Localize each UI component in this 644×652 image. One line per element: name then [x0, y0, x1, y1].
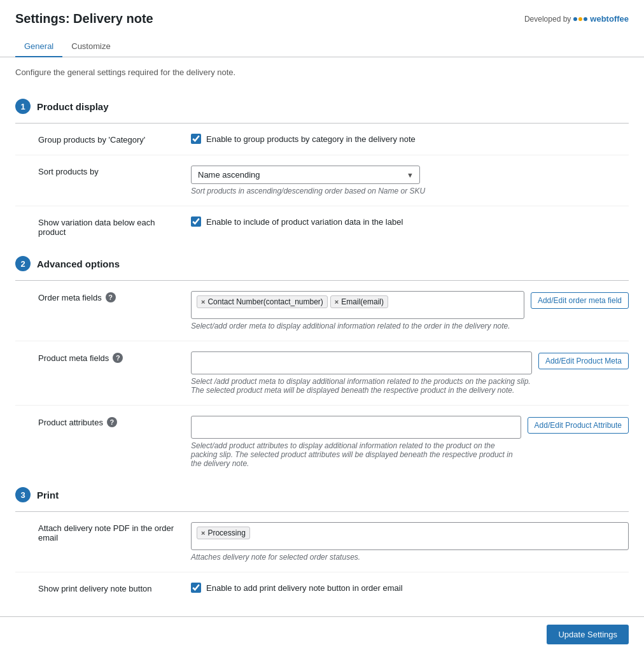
- btn-add-edit-product-meta[interactable]: Add/Edit Product Meta: [538, 353, 629, 369]
- tabs-nav: General Customize: [0, 36, 644, 57]
- order-meta-tag-input[interactable]: × Contact Number(contact_number) × Email…: [191, 291, 524, 319]
- control-attach-pdf: × Processing Attaches delivery note for …: [191, 522, 629, 562]
- product-meta-tag-input[interactable]: [191, 351, 532, 374]
- help-icon-product-attributes[interactable]: ?: [107, 417, 117, 427]
- tab-customize[interactable]: Customize: [62, 36, 119, 57]
- select-sort-products[interactable]: Name ascending Name descending SKU ascen…: [191, 166, 420, 184]
- tag-label-processing: Processing: [207, 528, 245, 537]
- checkbox-row-variation: Enable to include of product variation d…: [191, 216, 629, 227]
- tag-remove-email[interactable]: ×: [335, 298, 339, 306]
- dot-blue: [573, 17, 577, 21]
- brand-dots: [573, 17, 587, 21]
- label-variation-data: Show variation data below each product: [38, 216, 178, 237]
- order-meta-hint: Select/add order meta to display additio…: [191, 322, 524, 330]
- checkbox-row-print: Enable to add print delivery note button…: [191, 583, 629, 593]
- tag-remove-processing[interactable]: ×: [201, 529, 205, 537]
- help-icon-order-meta[interactable]: ?: [106, 292, 116, 302]
- section-product-display: 1 Product display Group products by 'Cat…: [15, 90, 629, 247]
- field-attach-pdf: Attach delivery note PDF in the order em…: [15, 512, 629, 572]
- product-attributes-tag-input[interactable]: [191, 416, 521, 439]
- order-meta-row: × Contact Number(contact_number) × Email…: [191, 291, 629, 330]
- section-header-3: 3 Print: [15, 478, 629, 511]
- control-sort-products: Name ascending Name descending SKU ascen…: [191, 166, 629, 195]
- product-attributes-left: Select/add product attributes to display…: [191, 416, 521, 468]
- section-title-1: Product display: [37, 101, 109, 112]
- tag-contact-number: × Contact Number(contact_number): [197, 295, 328, 308]
- label-product-attributes: Product attributes ?: [38, 416, 178, 427]
- label-product-meta: Product meta fields ?: [38, 351, 178, 363]
- page-footer: Update Settings: [0, 616, 644, 652]
- dot-blue2: [584, 17, 587, 21]
- checkbox-group-products[interactable]: [191, 134, 201, 144]
- control-variation-data: Enable to include of product variation d…: [191, 216, 629, 227]
- field-order-meta: Order meta fields ? × Contact Number(con…: [15, 281, 629, 341]
- section-print: 3 Print Attach delivery note PDF in the …: [15, 478, 629, 604]
- brand-logo: webtoffee: [573, 14, 629, 24]
- control-print-button: Enable to add print delivery note button…: [191, 583, 629, 593]
- label-print-button: Show print delivery note button: [38, 583, 178, 593]
- help-icon-product-meta[interactable]: ?: [113, 353, 123, 363]
- checkbox-print-button[interactable]: [191, 583, 201, 593]
- tab-general[interactable]: General: [15, 36, 62, 57]
- field-sort-products: Sort products by Name ascending Name des…: [15, 155, 629, 206]
- control-order-meta: × Contact Number(contact_number) × Email…: [191, 291, 629, 330]
- brand-prefix: Developed by: [524, 15, 571, 24]
- checkbox-variation-data[interactable]: [191, 216, 201, 227]
- label-attach-pdf: Attach delivery note PDF in the order em…: [38, 522, 178, 542]
- field-product-meta: Product meta fields ? Select /add produc…: [15, 341, 629, 406]
- page-description: Configure the general settings required …: [15, 67, 629, 77]
- product-meta-hint: Select /add product meta to display addi…: [191, 377, 532, 395]
- control-product-attributes: Select/add product attributes to display…: [191, 416, 629, 468]
- label-sort-products: Sort products by: [38, 166, 178, 176]
- checkbox-label-variation: Enable to include of product variation d…: [206, 217, 403, 227]
- tag-label-contact: Contact Number(contact_number): [207, 297, 323, 306]
- section-title-2: Advanced options: [37, 259, 120, 269]
- main-content: Configure the general settings required …: [0, 57, 644, 652]
- product-meta-left: Select /add product meta to display addi…: [191, 351, 532, 395]
- product-meta-row: Select /add product meta to display addi…: [191, 351, 629, 395]
- brand-area: Developed by webtoffee: [524, 14, 629, 24]
- select-sort-wrapper: Name ascending Name descending SKU ascen…: [191, 166, 420, 184]
- section-number-3: 3: [15, 487, 31, 502]
- attach-pdf-hint: Attaches delivery note for selected orde…: [191, 553, 629, 562]
- field-group-products: Group products by 'Category' Enable to g…: [15, 124, 629, 155]
- order-meta-left: × Contact Number(contact_number) × Email…: [191, 291, 524, 330]
- section-number-1: 1: [15, 99, 31, 114]
- dot-yellow: [578, 17, 582, 21]
- update-settings-button[interactable]: Update Settings: [547, 625, 629, 644]
- section-header-1: 1 Product display: [15, 90, 629, 123]
- page-title: Settings: Delivery note: [15, 11, 153, 26]
- section-advanced-options: 2 Advanced options Order meta fields ? ×: [15, 247, 629, 478]
- label-group-products: Group products by 'Category': [38, 134, 178, 145]
- checkbox-label-print: Enable to add print delivery note button…: [206, 583, 403, 593]
- tag-processing: × Processing: [197, 527, 250, 539]
- product-attributes-hint: Select/add product attributes to display…: [191, 441, 521, 468]
- sort-hint: Sort products in ascending/descending or…: [191, 187, 629, 195]
- label-order-meta: Order meta fields ?: [38, 291, 178, 302]
- section-number-2: 2: [15, 256, 31, 271]
- tag-label-email: Email(email): [341, 297, 384, 306]
- field-product-attributes: Product attributes ? Select/add product …: [15, 406, 629, 478]
- attach-pdf-tag-input[interactable]: × Processing: [191, 522, 629, 550]
- control-product-meta: Select /add product meta to display addi…: [191, 351, 629, 395]
- tag-email: × Email(email): [330, 295, 388, 308]
- tag-remove-contact[interactable]: ×: [201, 298, 205, 306]
- section-title-3: Print: [37, 490, 59, 500]
- field-print-button: Show print delivery note button Enable t…: [15, 572, 629, 604]
- btn-add-edit-product-attributes[interactable]: Add/Edit Product Attribute: [528, 417, 629, 434]
- control-group-products: Enable to group products by category in …: [191, 134, 629, 144]
- section-header-2: 2 Advanced options: [15, 247, 629, 280]
- product-attributes-row: Select/add product attributes to display…: [191, 416, 629, 468]
- field-variation-data: Show variation data below each product E…: [15, 206, 629, 247]
- btn-add-edit-order-meta[interactable]: Add/Edit order meta field: [531, 292, 629, 309]
- brand-name: webtoffee: [590, 14, 629, 24]
- checkbox-row-group: Enable to group products by category in …: [191, 134, 629, 144]
- checkbox-label-group: Enable to group products by category in …: [206, 134, 416, 144]
